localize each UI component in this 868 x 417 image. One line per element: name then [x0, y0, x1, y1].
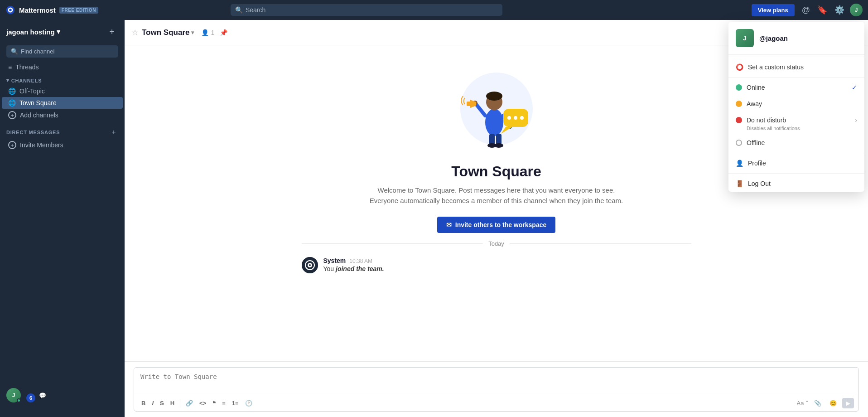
- threads-label: Threads: [15, 63, 39, 71]
- dropdown-avatar: J: [736, 29, 754, 47]
- pinned-posts-button[interactable]: 📌: [220, 29, 227, 36]
- message-time: 10:38 AM: [349, 258, 372, 264]
- welcome-section: Town Square Welcome to Town Square. Post…: [338, 54, 655, 233]
- bold-button[interactable]: B: [139, 398, 148, 408]
- channels-section-label[interactable]: ▾ CHANNELS: [6, 78, 42, 83]
- mention-button[interactable]: @: [800, 4, 812, 17]
- welcome-desc: Welcome to Town Square. Post messages he…: [370, 185, 623, 206]
- add-channels-label: Add channels: [20, 112, 58, 119]
- custom-status-icon: ⭕: [736, 63, 743, 71]
- composer-toolbar: B I S H 🔗 <> ❝ ≡ 1≡ 🕐 Aa ˄ 📎 😊 ▶: [134, 395, 858, 411]
- sidebar-header: jagoan hosting ▾ +: [0, 20, 125, 44]
- ordered-list-button[interactable]: 1≡: [229, 398, 241, 408]
- star-channel-button[interactable]: ☆: [132, 28, 138, 37]
- view-plans-button[interactable]: View plans: [750, 2, 796, 18]
- profile-item[interactable]: 👤 Profile: [728, 155, 864, 171]
- date-divider: Today: [293, 233, 700, 254]
- send-button[interactable]: ▶: [842, 398, 854, 408]
- code-button[interactable]: <>: [197, 398, 209, 408]
- status-online-item[interactable]: Online ✓: [728, 79, 864, 96]
- svg-point-16: [520, 116, 524, 120]
- sidebar-add-button[interactable]: +: [106, 25, 118, 38]
- status-offline-label: Offline: [747, 139, 765, 146]
- topbar: Mattermost FREE EDITION 🔍 Search View pl…: [0, 0, 868, 20]
- dropdown-divider-4: [728, 173, 864, 174]
- message-text: You joined the team.: [323, 264, 691, 274]
- svg-rect-10: [467, 102, 471, 106]
- emoji-button[interactable]: 🕐: [242, 398, 255, 408]
- pin-icon: 📌: [220, 29, 227, 36]
- online-check-icon: ✓: [852, 84, 857, 91]
- member-icon: 👤: [201, 29, 209, 36]
- user-avatar-topbar[interactable]: J: [850, 4, 863, 16]
- message-avatar: [302, 257, 318, 273]
- saved-items-button[interactable]: 🔖: [815, 3, 829, 17]
- toolbar-divider-1: [180, 399, 180, 407]
- channel-globe-icon: 🌐: [8, 87, 16, 95]
- sidebar-item-town-square[interactable]: 🌐 Town Square: [2, 97, 123, 109]
- search-bar[interactable]: 🔍 Search: [231, 4, 502, 16]
- user-dropdown: J @jagoan ⭕ Set a custom status Online ✓…: [728, 22, 864, 192]
- dnd-subtitle: Disables all notifications: [728, 125, 864, 135]
- svg-point-15: [514, 116, 517, 120]
- unordered-list-button[interactable]: ≡: [219, 398, 228, 408]
- svg-point-14: [507, 116, 511, 120]
- app-logo: Mattermost FREE EDITION: [5, 5, 105, 15]
- status-dnd-label: Do not disturb: [747, 116, 786, 124]
- logout-label: Log Out: [748, 180, 771, 187]
- toolbar-right: Aa ˄ 📎 😊 ▶: [796, 398, 854, 408]
- sidebar-user-avatar[interactable]: J: [6, 388, 21, 402]
- search-placeholder-text: Search: [246, 6, 265, 14]
- message-input[interactable]: [134, 368, 858, 393]
- attachment-button[interactable]: 📎: [811, 398, 824, 408]
- status-offline-item[interactable]: Offline: [728, 135, 864, 151]
- dropdown-divider-2: [728, 77, 864, 78]
- workspace-chevron-icon: ▾: [57, 28, 60, 36]
- notifications-icon: 💬: [39, 392, 46, 399]
- table-row: System 10:38 AM You joined the team.: [302, 254, 691, 276]
- quote-button[interactable]: ❝: [210, 398, 218, 408]
- strikethrough-button[interactable]: S: [157, 398, 167, 408]
- emoji-picker-button[interactable]: 😊: [827, 398, 839, 408]
- chat-header-meta: 👤 1 📌: [201, 29, 227, 36]
- sidebar-item-threads[interactable]: ≡ Threads: [2, 61, 123, 73]
- add-channels-item[interactable]: + Add channels: [2, 109, 123, 121]
- status-online-label: Online: [747, 84, 765, 91]
- dropdown-divider-3: [728, 153, 864, 153]
- channels-chevron-icon: ▾: [6, 78, 10, 83]
- status-away-item[interactable]: Away: [728, 96, 864, 112]
- invite-members-item[interactable]: + Invite Members: [2, 139, 123, 151]
- sidebar-item-off-topic[interactable]: 🌐 Off-Topic: [2, 85, 123, 97]
- status-dnd-item[interactable]: Do not disturb ›: [728, 112, 864, 125]
- profile-label: Profile: [748, 160, 766, 167]
- threads-icon: ≡: [8, 63, 12, 71]
- add-dm-button[interactable]: +: [109, 128, 118, 137]
- sidebar-search[interactable]: 🔍 Find channel: [0, 44, 125, 61]
- invite-btn[interactable]: ✉ Invite others to the workspace: [437, 217, 556, 233]
- link-button[interactable]: 🔗: [183, 398, 196, 408]
- dropdown-divider-1: [728, 57, 864, 57]
- workspace-name[interactable]: jagoan hosting ▾: [6, 28, 60, 36]
- svg-point-20: [494, 143, 503, 148]
- sidebar: jagoan hosting ▾ + 🔍 Find channel ≡ Thre…: [0, 20, 125, 417]
- dnd-label-group: Do not disturb: [747, 116, 786, 124]
- invite-members-label: Invite Members: [20, 141, 63, 149]
- logout-item[interactable]: 🚪 Log Out: [728, 175, 864, 192]
- text-size-label: Aa ˄: [796, 400, 809, 407]
- dropdown-header: J @jagoan: [728, 22, 864, 55]
- set-custom-status-item[interactable]: ⭕ Set a custom status: [728, 59, 864, 75]
- offline-status-dot: [736, 140, 742, 146]
- message-author: System: [323, 257, 346, 264]
- svg-point-24: [309, 264, 311, 266]
- svg-point-2: [9, 9, 12, 11]
- messages-area: System 10:38 AM You joined the team.: [293, 254, 700, 276]
- heading-button[interactable]: H: [168, 398, 177, 408]
- dm-section-header: DIRECT MESSAGES +: [0, 123, 125, 139]
- edition-badge: FREE EDITION: [59, 7, 98, 14]
- settings-button[interactable]: ⚙️: [833, 3, 846, 17]
- channels-section-header: ▾ CHANNELS: [0, 73, 125, 85]
- member-count[interactable]: 👤 1: [201, 29, 214, 36]
- italic-button[interactable]: I: [149, 398, 156, 408]
- channel-title[interactable]: Town Square ▾: [142, 28, 194, 37]
- mattermost-logo-icon: [5, 5, 15, 15]
